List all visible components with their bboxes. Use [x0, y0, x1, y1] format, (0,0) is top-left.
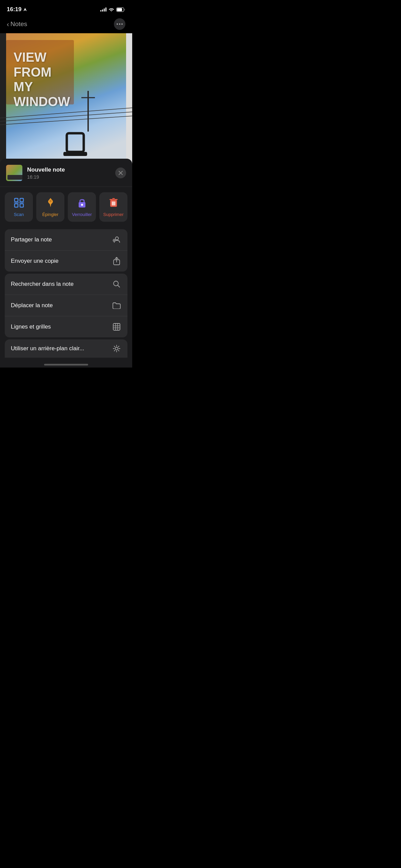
svg-point-22 — [81, 204, 83, 206]
back-button[interactable]: ‹ Notes — [7, 20, 27, 28]
time-label: 16:19 — [7, 6, 21, 13]
lines-grids-item[interactable]: Lignes et grilles — [5, 316, 127, 337]
menu-section-tools: Rechercher dans la note Déplacer la note… — [5, 274, 127, 337]
share-note-label: Partager la note — [11, 236, 52, 243]
menu-section-share: Partager la note Envoyer une copie — [5, 229, 127, 272]
lines-grids-label: Lignes et grilles — [11, 323, 51, 330]
note-timestamp: 16:19 — [27, 174, 65, 180]
battery-icon — [116, 7, 125, 12]
note-title: Nouvelle note — [27, 166, 65, 173]
signal-icon — [100, 7, 106, 12]
scan-label: Scan — [14, 212, 24, 217]
lock-icon — [78, 198, 86, 209]
power-lines — [0, 91, 132, 132]
thumbnail-bar — [7, 175, 22, 180]
note-header: Nouvelle note 16:19 — [0, 159, 132, 187]
send-copy-label: Envoyer une copie — [11, 258, 59, 264]
close-button[interactable] — [115, 167, 126, 178]
pin-label: Épingler — [42, 212, 59, 217]
svg-point-42 — [115, 347, 118, 350]
sun-icon — [112, 344, 121, 353]
svg-rect-25 — [113, 201, 114, 205]
trash-icon — [109, 198, 118, 209]
delete-button[interactable]: Supprimer — [99, 192, 127, 222]
ellipsis-icon — [117, 23, 123, 25]
svg-line-36 — [118, 285, 120, 288]
share-box-icon — [112, 256, 121, 266]
status-bar: 16:19 — [0, 0, 132, 17]
partial-label: Utiliser un arrière-plan clair... — [11, 345, 84, 352]
svg-rect-11 — [67, 133, 84, 152]
home-bar — [44, 364, 88, 366]
svg-rect-37 — [113, 323, 120, 330]
search-note-item[interactable]: Rechercher dans la note — [5, 274, 127, 295]
svg-rect-18 — [20, 204, 23, 207]
svg-point-20 — [49, 200, 52, 202]
svg-line-48 — [118, 350, 119, 351]
note-header-left: Nouvelle note 16:19 — [6, 165, 65, 181]
location-icon — [23, 7, 27, 12]
svg-point-3 — [117, 23, 118, 25]
search-note-label: Rechercher dans la note — [11, 281, 74, 288]
svg-rect-17 — [15, 204, 18, 207]
pin-button[interactable]: Épingler — [36, 192, 64, 222]
svg-rect-12 — [63, 152, 87, 156]
send-copy-item[interactable]: Envoyer une copie — [5, 250, 127, 272]
svg-marker-0 — [23, 8, 27, 11]
svg-line-49 — [114, 350, 115, 351]
delete-label: Supprimer — [103, 212, 124, 217]
status-icons — [100, 7, 125, 12]
lock-label: Verrouiller — [72, 212, 92, 217]
nav-bar: ‹ Notes — [0, 17, 132, 33]
note-info: Nouvelle note 16:19 — [27, 166, 65, 180]
svg-line-47 — [114, 346, 115, 347]
grid-icon — [112, 322, 121, 332]
home-indicator — [0, 360, 132, 368]
note-image: VIEW FROM MY WINDOW — [0, 33, 132, 165]
note-thumbnail — [6, 165, 22, 181]
svg-rect-28 — [112, 198, 115, 199]
move-note-item[interactable]: Déplacer la note — [5, 295, 127, 316]
lock-button[interactable]: Verrouiller — [68, 192, 96, 222]
svg-rect-15 — [15, 198, 18, 202]
partial-item[interactable]: Utiliser un arrière-plan clair... — [5, 339, 127, 358]
back-label: Notes — [11, 20, 27, 28]
status-time: 16:19 — [7, 6, 27, 13]
svg-point-29 — [116, 237, 119, 240]
scan-icon — [14, 198, 24, 209]
svg-rect-16 — [20, 198, 23, 202]
back-chevron-icon: ‹ — [7, 20, 9, 28]
move-note-label: Déplacer la note — [11, 302, 53, 309]
more-button[interactable] — [114, 18, 125, 30]
pin-icon — [46, 198, 55, 209]
svg-line-8 — [0, 116, 132, 125]
bottom-sheet: Nouvelle note 16:19 Scan — [0, 159, 132, 368]
action-buttons-row: Scan Épingler Verrouiller — [0, 187, 132, 227]
svg-rect-26 — [114, 201, 115, 205]
svg-line-50 — [118, 346, 119, 347]
svg-rect-24 — [112, 201, 113, 205]
magnify-icon — [112, 279, 121, 289]
scan-button[interactable]: Scan — [5, 192, 33, 222]
svg-rect-2 — [117, 8, 122, 11]
folder-icon — [112, 301, 121, 310]
svg-point-5 — [121, 23, 123, 25]
svg-point-4 — [119, 23, 120, 25]
wifi-icon — [108, 7, 114, 12]
close-icon — [119, 171, 123, 175]
share-person-icon — [112, 235, 121, 244]
share-note-item[interactable]: Partager la note — [5, 229, 127, 250]
